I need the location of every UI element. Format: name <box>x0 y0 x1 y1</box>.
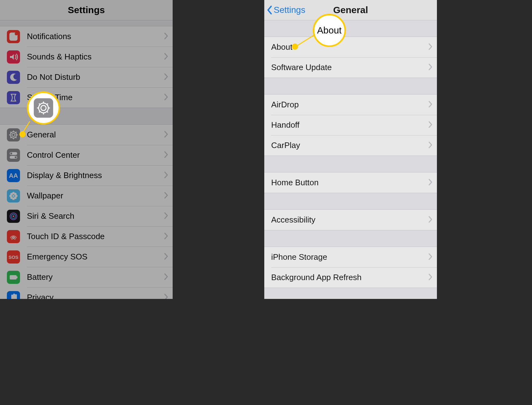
hourglass-icon <box>7 91 20 104</box>
moon-icon <box>7 71 20 84</box>
general-row-airdrop[interactable]: AirDrop <box>264 95 437 115</box>
svg-point-1 <box>15 32 18 35</box>
general-row-carplay[interactable]: CarPlay <box>264 135 437 156</box>
svg-point-13 <box>10 152 12 154</box>
svg-point-24 <box>14 193 17 195</box>
svg-line-9 <box>16 132 17 133</box>
settings-group: GeneralControl CenterAADisplay & Brightn… <box>0 124 173 299</box>
svg-text:SOS: SOS <box>8 254 18 260</box>
row-label: Home Button <box>271 178 428 187</box>
row-label: Control Center <box>27 150 164 160</box>
page-title: Settings <box>68 5 105 15</box>
back-button[interactable]: Settings <box>267 0 305 20</box>
hand-icon <box>7 291 20 299</box>
chevron-right-icon <box>164 293 168 299</box>
settings-row-sounds-haptics[interactable]: Sounds & Haptics <box>0 47 173 67</box>
general-group: iPhone StorageBackground App Refresh <box>264 247 437 288</box>
general-group: AirDropHandoffCarPlay <box>264 94 437 156</box>
row-label: Battery <box>27 272 164 282</box>
chevron-right-icon <box>428 63 433 72</box>
settings-row-control-center[interactable]: Control Center <box>0 145 173 165</box>
svg-point-2 <box>12 133 15 136</box>
general-row-software-update[interactable]: Software Update <box>264 57 437 78</box>
callout-dot <box>292 44 298 50</box>
row-label: Do Not Disturb <box>27 72 164 82</box>
general-group: AboutSoftware Update <box>264 37 437 78</box>
chevron-right-icon <box>164 232 168 241</box>
svg-point-25 <box>10 193 13 195</box>
row-label: Sounds & Haptics <box>27 52 164 62</box>
svg-line-8 <box>10 132 11 133</box>
settings-row-touch-id-passcode[interactable]: Touch ID & Passcode <box>0 226 173 247</box>
svg-line-11 <box>16 137 17 138</box>
row-label: Handoff <box>271 120 428 130</box>
general-pane: Settings General AboutSoftware UpdateAir… <box>264 0 437 299</box>
svg-text:AA: AA <box>9 172 18 179</box>
notifications-icon <box>7 30 20 43</box>
settings-row-siri-search[interactable]: Siri & Search <box>0 206 173 226</box>
sos-icon: SOS <box>7 250 20 264</box>
svg-rect-31 <box>10 275 17 279</box>
siri-icon <box>7 210 20 223</box>
settings-row-emergency-sos[interactable]: SOSEmergency SOS <box>0 247 173 267</box>
chevron-right-icon <box>428 178 433 187</box>
general-row-about[interactable]: About <box>264 37 437 57</box>
aa-icon: AA <box>7 169 20 182</box>
row-label: iPhone Storage <box>271 252 428 262</box>
settings-row-display-brightness[interactable]: AADisplay & Brightness <box>0 165 173 186</box>
sounds-icon <box>7 50 20 64</box>
row-label: Emergency SOS <box>27 252 164 262</box>
gear-icon <box>7 128 20 141</box>
chevron-right-icon <box>428 121 433 130</box>
general-callout <box>27 91 60 125</box>
general-group: Home Button <box>264 172 437 193</box>
svg-point-23 <box>10 197 13 199</box>
svg-line-43 <box>47 111 48 112</box>
general-row-iphone-storage[interactable]: iPhone Storage <box>264 247 437 267</box>
chevron-right-icon <box>164 273 168 282</box>
navbar: Settings General <box>264 0 437 20</box>
settings-row-battery[interactable]: Battery <box>0 267 173 287</box>
chevron-right-icon <box>164 171 168 180</box>
chevron-right-icon <box>164 253 168 261</box>
chevron-right-icon <box>428 273 433 282</box>
row-label: Touch ID & Passcode <box>27 232 164 241</box>
svg-point-15 <box>15 156 17 158</box>
svg-line-10 <box>10 137 11 138</box>
general-row-background-app-refresh[interactable]: Background App Refresh <box>264 267 437 288</box>
row-label: CarPlay <box>271 141 428 150</box>
gear-icon <box>33 98 54 118</box>
svg-point-22 <box>14 197 17 199</box>
row-label: Software Update <box>271 63 428 72</box>
pane-gap <box>173 0 219 405</box>
navbar: Settings <box>0 0 173 20</box>
flower-icon <box>7 189 20 203</box>
row-label: Background App Refresh <box>271 273 428 282</box>
general-row-handoff[interactable]: Handoff <box>264 115 437 135</box>
settings-pane: Settings NotificationsSounds & HapticsDo… <box>0 0 173 299</box>
chevron-right-icon <box>428 216 433 224</box>
general-row-accessibility[interactable]: Accessibility <box>264 210 437 230</box>
settings-row-do-not-disturb[interactable]: Do Not Disturb <box>0 67 173 87</box>
settings-row-privacy[interactable]: Privacy <box>0 287 173 299</box>
row-label: Accessibility <box>271 215 428 225</box>
row-label: Wallpaper <box>27 191 164 201</box>
row-label: AirDrop <box>271 100 428 110</box>
about-callout: About <box>313 14 346 47</box>
settings-row-screen-time[interactable]: Screen Time <box>0 87 173 108</box>
svg-rect-33 <box>34 98 53 118</box>
general-row-home-button[interactable]: Home Button <box>264 172 437 193</box>
chevron-right-icon <box>164 53 168 61</box>
row-label: Notifications <box>27 32 164 41</box>
switches-icon <box>7 149 20 162</box>
chevron-right-icon <box>428 253 433 262</box>
svg-point-28 <box>13 215 14 217</box>
settings-row-wallpaper[interactable]: Wallpaper <box>0 186 173 206</box>
svg-rect-32 <box>17 276 18 278</box>
svg-line-40 <box>39 104 40 105</box>
chevron-right-icon <box>164 93 168 102</box>
row-label: General <box>27 130 164 140</box>
chevron-right-icon <box>428 100 433 109</box>
back-label: Settings <box>274 5 305 15</box>
settings-row-notifications[interactable]: Notifications <box>0 26 173 47</box>
